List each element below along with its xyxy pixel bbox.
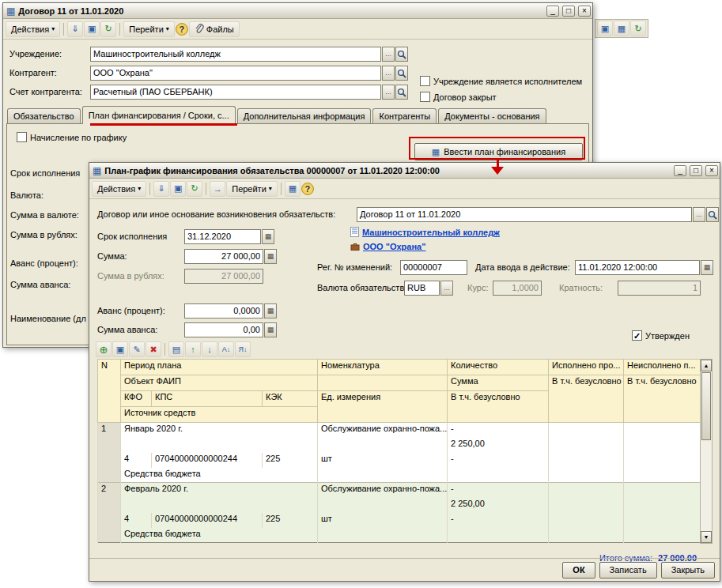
- table-cell[interactable]: [624, 468, 701, 483]
- end-edit-icon[interactable]: ▤: [168, 341, 184, 357]
- checkbox-box[interactable]: [420, 92, 430, 102]
- table-cell[interactable]: [624, 498, 701, 513]
- unit-cell[interactable]: шт: [318, 513, 448, 528]
- scroll-down-button[interactable]: ▼: [701, 531, 712, 543]
- nomenclature-cell[interactable]: Обслуживание охранно-пожа...: [318, 483, 448, 498]
- kps-cell[interactable]: 07040000000000244: [152, 513, 263, 528]
- toolbar-icon[interactable]: ▦: [614, 21, 629, 36]
- period-cell[interactable]: Февраль 2020 г.: [121, 483, 318, 498]
- table-cell[interactable]: [549, 468, 624, 483]
- table-cell[interactable]: [318, 498, 448, 513]
- close-button[interactable]: ×: [578, 6, 591, 17]
- due-date-input[interactable]: 31.12.2020: [184, 229, 261, 244]
- institution-input[interactable]: Машиностроительный колледж: [90, 47, 381, 62]
- toolbar-icon[interactable]: ↻: [630, 21, 646, 36]
- basis-search-button[interactable]: [706, 207, 719, 222]
- basis-ellipsis-button[interactable]: ...: [693, 207, 705, 222]
- nomenclature-cell[interactable]: Обслуживание охранно-пожа...: [318, 423, 448, 438]
- due-date-calendar-button[interactable]: ▦: [262, 229, 274, 244]
- edit-row-icon[interactable]: ✎: [129, 341, 145, 357]
- go-menu-button[interactable]: Перейти ▾: [226, 181, 278, 197]
- source-cell[interactable]: Средства бюджета: [121, 468, 318, 483]
- maximize-button[interactable]: □: [690, 165, 702, 176]
- copy-icon[interactable]: ▣: [84, 21, 100, 37]
- table-cell[interactable]: [549, 438, 624, 453]
- table-cell[interactable]: [318, 468, 448, 483]
- table-cell[interactable]: [121, 438, 318, 453]
- kfo-cell[interactable]: 4: [121, 453, 152, 468]
- tab-financing-plan[interactable]: План финансирования / Сроки, с...: [82, 106, 236, 124]
- besuslovno-cell[interactable]: -: [448, 513, 549, 528]
- account-search-button[interactable]: [395, 85, 408, 100]
- scrollbar-track[interactable]: [701, 441, 712, 531]
- sort-asc-icon[interactable]: А↓: [218, 341, 234, 357]
- table-cell[interactable]: [549, 453, 624, 468]
- go-menu-button[interactable]: Перейти ▾: [123, 21, 175, 37]
- institution-search-button[interactable]: [395, 47, 408, 62]
- table-cell[interactable]: [624, 513, 701, 528]
- advance-percent-input[interactable]: 0,0000: [184, 303, 263, 318]
- table-cell[interactable]: [624, 483, 701, 498]
- save-icon[interactable]: ⇓: [153, 181, 169, 197]
- sum-cell[interactable]: 2 250,00: [448, 438, 549, 453]
- sum-cell[interactable]: 2 250,00: [448, 498, 549, 513]
- copy-row-icon[interactable]: ▣: [112, 341, 128, 357]
- help-icon[interactable]: ?: [176, 23, 188, 36]
- add-row-icon[interactable]: ⊕: [96, 341, 112, 357]
- minimize-button[interactable]: _: [546, 6, 559, 17]
- reg-no-input[interactable]: 00000007: [400, 260, 467, 275]
- scroll-up-button[interactable]: ▲: [701, 360, 712, 371]
- table-cell[interactable]: [318, 438, 448, 453]
- delete-row-icon[interactable]: ✖: [146, 341, 161, 357]
- refresh-icon[interactable]: ↻: [187, 181, 202, 197]
- kek-cell[interactable]: 225: [263, 453, 318, 468]
- vertical-scrollbar[interactable]: ▲ ▼: [700, 359, 713, 544]
- move-up-icon[interactable]: ↑: [185, 341, 201, 357]
- copy-icon[interactable]: ▣: [170, 181, 186, 197]
- toolbar-icon[interactable]: ▣: [597, 21, 613, 36]
- unit-cell[interactable]: шт: [318, 453, 448, 468]
- advance-amount-input[interactable]: 0,00: [184, 322, 263, 337]
- checkbox-box[interactable]: [17, 132, 27, 142]
- tab-additional-info[interactable]: Дополнительная информация: [237, 108, 372, 124]
- table-cell[interactable]: [624, 528, 701, 543]
- amount-keypad-button[interactable]: ▦: [264, 249, 277, 264]
- help-icon[interactable]: ?: [301, 183, 314, 195]
- table-cell[interactable]: [549, 423, 624, 438]
- checkbox-box-checked[interactable]: ✓: [632, 330, 642, 341]
- kps-cell[interactable]: 07040000000000244: [152, 453, 263, 468]
- counterparty-ellipsis-button[interactable]: ...: [382, 66, 395, 81]
- checkbox-box[interactable]: [420, 76, 430, 86]
- tab-counterparties[interactable]: Контрагенты: [372, 108, 437, 124]
- sort-desc-icon[interactable]: Я↓: [235, 341, 251, 357]
- row-number-cell[interactable]: 1: [98, 423, 121, 483]
- counterparty-input[interactable]: ООО "Охрана": [90, 66, 381, 81]
- files-button[interactable]: Файлы: [189, 21, 240, 37]
- table-cell[interactable]: [448, 528, 549, 543]
- counterparty-search-button[interactable]: [395, 66, 408, 81]
- go-arrow-icon[interactable]: →: [210, 181, 225, 197]
- actions-menu-button[interactable]: Действия ▾: [6, 21, 60, 37]
- tab-basis-documents[interactable]: Документы - основания: [438, 108, 546, 124]
- institution-ellipsis-button[interactable]: ...: [382, 47, 395, 62]
- actions-menu-button[interactable]: Действия ▾: [92, 181, 146, 197]
- advance-percent-keypad-button[interactable]: ▦: [264, 303, 277, 318]
- source-cell[interactable]: Средства бюджета: [121, 528, 318, 543]
- period-cell[interactable]: Январь 2020 г.: [121, 423, 318, 438]
- ok-button[interactable]: ОК: [562, 562, 595, 579]
- close-button[interactable]: ×: [705, 165, 718, 176]
- refresh-icon[interactable]: ↻: [100, 21, 116, 37]
- plan-titlebar[interactable]: ▦ План-график финансирования обязательст…: [89, 163, 720, 179]
- table-cell[interactable]: [448, 468, 549, 483]
- account-input[interactable]: Расчетный (ПАО СБЕРБАНК): [90, 85, 381, 100]
- quantity-cell[interactable]: -: [448, 483, 549, 498]
- table-cell[interactable]: [318, 528, 448, 543]
- table-cell[interactable]: [549, 498, 624, 513]
- table-cell[interactable]: [624, 438, 701, 453]
- effective-date-calendar-button[interactable]: ▦: [701, 260, 713, 275]
- currency-ellipsis-button[interactable]: ...: [440, 281, 453, 296]
- table-cell[interactable]: [549, 513, 624, 528]
- approved-checkbox[interactable]: ✓ Утвержден: [632, 330, 690, 341]
- tab-obligation[interactable]: Обязательство: [7, 108, 81, 124]
- table-cell[interactable]: [121, 498, 318, 513]
